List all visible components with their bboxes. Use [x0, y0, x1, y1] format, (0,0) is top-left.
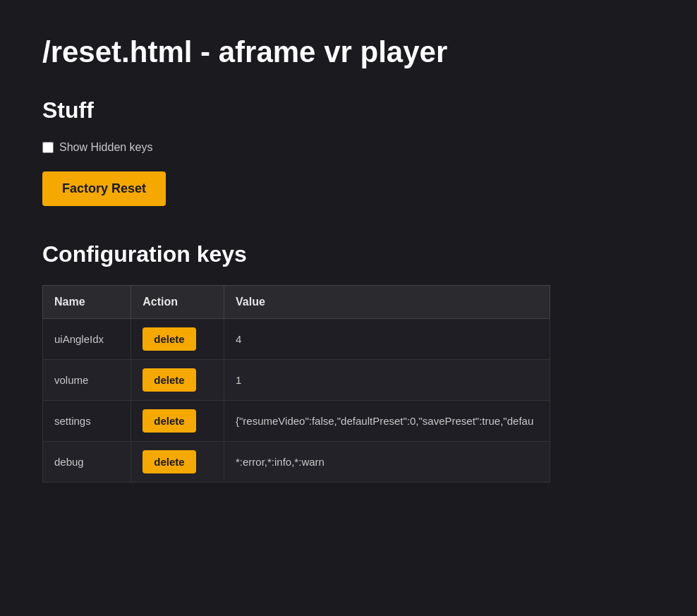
table-row: settingsdelete{"resumeVideo":false,"defa… [43, 401, 550, 442]
row-name: settings [43, 401, 131, 442]
stuff-section-title: Stuff [42, 97, 655, 123]
config-section-title: Configuration keys [42, 241, 655, 267]
delete-button[interactable]: delete [143, 327, 195, 351]
factory-reset-button[interactable]: Factory Reset [42, 171, 166, 206]
table-row: volumedelete1 [43, 360, 550, 401]
show-hidden-keys-label[interactable]: Show Hidden keys [42, 141, 655, 154]
delete-button[interactable]: delete [143, 409, 195, 433]
page-title: /reset.html - aframe vr player [42, 35, 655, 69]
stuff-section: Stuff Show Hidden keys Factory Reset [42, 97, 655, 206]
row-value: *:error,*:info,*:warn [224, 442, 550, 483]
table-row: uiAngleIdxdelete4 [43, 319, 550, 360]
delete-button[interactable]: delete [143, 368, 195, 392]
delete-button[interactable]: delete [143, 450, 195, 473]
config-table: Name Action Value uiAngleIdxdelete4volum… [42, 285, 550, 483]
col-header-name: Name [43, 286, 131, 319]
row-name: debug [43, 442, 131, 483]
row-action: delete [131, 319, 224, 360]
row-name: uiAngleIdx [43, 319, 131, 360]
row-value: {"resumeVideo":false,"defaultPreset":0,"… [224, 401, 550, 442]
row-value: 4 [224, 319, 550, 360]
col-header-action: Action [131, 286, 224, 319]
col-header-value: Value [224, 286, 550, 319]
table-row: debugdelete*:error,*:info,*:warn [43, 442, 550, 483]
show-hidden-keys-checkbox[interactable] [42, 142, 54, 153]
config-section: Configuration keys Name Action Value uiA… [42, 241, 655, 483]
show-hidden-keys-text: Show Hidden keys [59, 141, 153, 154]
row-value: 1 [224, 360, 550, 401]
table-header-row: Name Action Value [43, 286, 550, 319]
row-action: delete [131, 401, 224, 442]
row-action: delete [131, 360, 224, 401]
row-name: volume [43, 360, 131, 401]
row-action: delete [131, 442, 224, 483]
